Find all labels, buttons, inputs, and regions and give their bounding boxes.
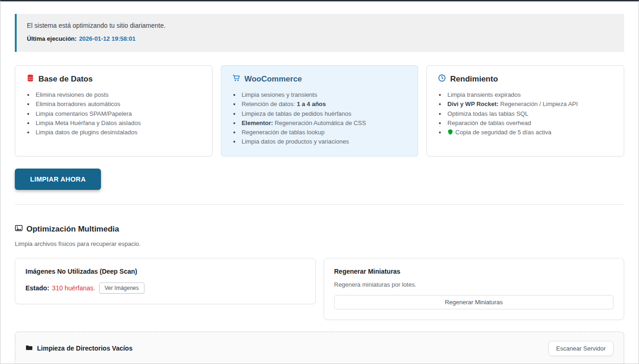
last-run-label: Última ejecución: [27, 35, 77, 42]
unused-images-card: Imágenes No Utilizadas (Deep Scan) Estad… [15, 258, 316, 304]
regenerate-thumbnails-card: Regenerar Miniaturas Regenera miniaturas… [324, 258, 625, 320]
shield-icon [447, 129, 453, 138]
list-item: Limpia datos de productos y variaciones [240, 137, 409, 146]
database-card: Base de Datos Elimina revisiones de post… [15, 65, 213, 157]
list-item: Elementor: Regeneración Automática de CS… [240, 119, 409, 128]
scan-server-button[interactable]: Escanear Servidor [548, 341, 614, 356]
clock-icon [438, 74, 446, 84]
unused-images-title: Imágenes No Utilizadas (Deep Scan) [25, 268, 305, 275]
woocommerce-feature-list: Limpia sesiones y transients Retención d… [232, 90, 409, 147]
list-item: Limpia Meta Huérfana y Datos aislados [34, 119, 203, 128]
list-item: Limpieza de tablas de pedidos huérfanos [240, 109, 409, 119]
regenerate-thumbnails-description: Regenera miniaturas por lotes. [334, 281, 614, 288]
empty-directories-card: Limpieza de Directorios Vacíos Escanear … [15, 332, 624, 364]
woocommerce-card: WooCommerce Limpia sesiones y transients… [221, 65, 419, 157]
list-item: Elimina borradores automáticos [34, 100, 203, 109]
woocommerce-card-title-text: WooCommerce [244, 75, 302, 84]
database-feature-list: Elimina revisiones de posts Elimina borr… [26, 90, 203, 137]
notice-message: El sistema está optimizando tu sitio dia… [27, 22, 615, 29]
daily-optimization-notice: El sistema está optimizando tu sitio dia… [15, 14, 624, 52]
clean-now-button[interactable]: LIMPIAR AHORA [15, 169, 101, 190]
list-item: Limpia datos de plugins desinstalados [34, 128, 203, 137]
database-icon [26, 74, 34, 84]
view-images-button[interactable]: Ver Imágenes [99, 282, 144, 294]
regenerate-thumbnails-button[interactable]: Regenerar Miniaturas [334, 295, 614, 309]
unused-images-status-row: Estado: 310 huérfanas. Ver Imágenes [25, 282, 305, 294]
last-run-line: Última ejecución:2026-01-12 19:58:01 [27, 35, 615, 42]
list-item: Limpia comentarios SPAM/Papelera [34, 109, 203, 119]
media-section-subtitle: Limpia archivos físicos para recuperar e… [15, 240, 624, 247]
performance-feature-list: Limpia transients expirados Divi y WP Ro… [438, 90, 614, 138]
list-item: Optimiza todas las tablas SQL [446, 109, 614, 119]
list-item: Divi y WP Rocket: Regeneración / Limpiez… [446, 100, 614, 109]
list-item: Reparación de tablas overhead [446, 119, 614, 128]
performance-card-title-text: Rendimiento [450, 75, 498, 84]
performance-card: Rendimiento Limpia transients expirados … [426, 65, 624, 157]
folder-icon [25, 344, 33, 352]
media-cards-row: Imágenes No Utilizadas (Deep Scan) Estad… [15, 258, 624, 320]
regenerate-thumbnails-title: Regenerar Miniaturas [334, 268, 614, 275]
performance-card-title: Rendimiento [438, 74, 614, 84]
database-card-title: Base de Datos [26, 74, 203, 84]
last-run-timestamp: 2026-01-12 19:58:01 [79, 35, 136, 42]
section-divider [15, 204, 624, 205]
admin-page: El sistema está optimizando tu sitio dia… [0, 0, 639, 364]
media-section-title-text: Optimización Multimedia [26, 225, 119, 234]
list-item: Elimina revisiones de posts [34, 90, 203, 100]
empty-directories-title: Limpieza de Directorios Vacíos [25, 344, 132, 352]
empty-directories-title-text: Limpieza de Directorios Vacíos [37, 345, 132, 352]
database-card-title-text: Base de Datos [38, 75, 93, 84]
list-item: Retención de datos: 1 a 4 años [240, 100, 409, 109]
list-item: Limpia sesiones y transients [240, 90, 409, 100]
woocommerce-card-title: WooCommerce [232, 74, 409, 84]
list-item: Limpia transients expirados [446, 90, 614, 100]
list-item: Regeneración de tablas lookup [240, 128, 409, 137]
shopping-cart-icon [232, 74, 240, 84]
orphan-count-text: 310 huérfanas. [52, 284, 95, 292]
feature-cards-row: Base de Datos Elimina revisiones de post… [15, 65, 624, 157]
status-label: Estado: [25, 284, 49, 292]
images-icon [15, 224, 23, 234]
empty-directories-header: Limpieza de Directorios Vacíos Escanear … [25, 341, 614, 356]
media-section-title: Optimización Multimedia [15, 224, 624, 234]
list-item: Copia de seguridad de 5 días activa [446, 128, 614, 138]
